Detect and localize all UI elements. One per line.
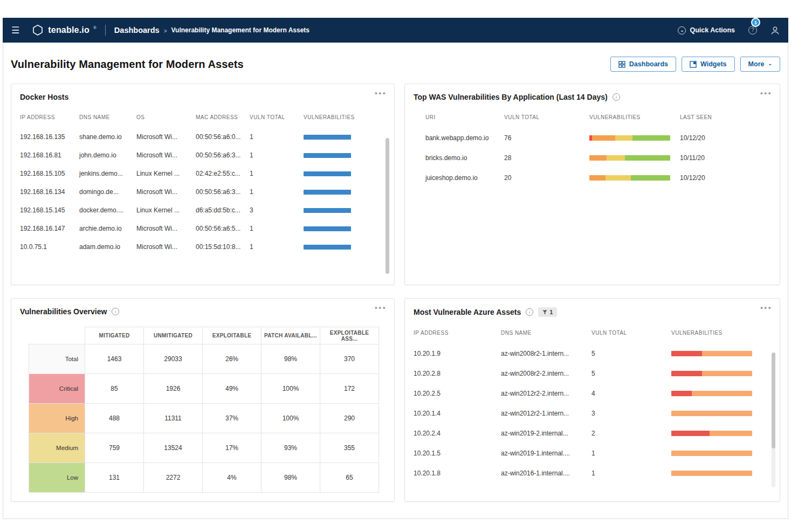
- scrollbar[interactable]: [386, 138, 389, 274]
- cell-value[interactable]: 65: [320, 463, 379, 493]
- tenable-logo[interactable]: tenable.io®: [31, 24, 97, 37]
- cell-value[interactable]: 1463: [85, 344, 144, 374]
- info-icon[interactable]: i: [526, 308, 533, 316]
- grid-icon: [618, 61, 625, 68]
- cell-ip: 10.20.2.5: [414, 390, 501, 397]
- cell-value[interactable]: 29033: [144, 344, 203, 374]
- dashboards-button[interactable]: Dashboards: [610, 57, 676, 72]
- cell-value[interactable]: 98%: [262, 463, 320, 493]
- cell-vuln-total: 2: [591, 430, 671, 437]
- cell-value[interactable]: 93%: [262, 433, 320, 463]
- cell-value[interactable]: 1926: [144, 374, 203, 404]
- column-header: DNS NAME: [79, 114, 136, 120]
- cell-value[interactable]: 98%: [262, 344, 320, 374]
- widget-menu-icon[interactable]: ●●●: [375, 91, 387, 96]
- cell-vuln-total: 28: [504, 154, 589, 162]
- cell-os: Microsoft Wi...: [136, 151, 196, 159]
- user-icon[interactable]: [771, 26, 780, 35]
- cell-ip: 10.20.2.4: [414, 430, 501, 437]
- table-row[interactable]: 192.168.16.81 john.demo.io Microsoft Wi.…: [20, 146, 386, 164]
- widgets-button-label: Widgets: [700, 60, 727, 68]
- cell-value[interactable]: 37%: [203, 404, 262, 433]
- table-row[interactable]: 192.168.15.145 docker.demo.... Linux Ker…: [20, 201, 386, 219]
- cell-value[interactable]: 172: [320, 374, 379, 404]
- quick-actions-button[interactable]: ⌄ Quick Actions: [678, 26, 735, 34]
- cell-dns: archie.demo.io: [79, 225, 136, 232]
- cell-last-seen: 10/11/20: [680, 154, 771, 162]
- cell-value[interactable]: 488: [85, 404, 144, 433]
- info-icon[interactable]: i: [112, 308, 119, 315]
- widgets-button[interactable]: Widgets: [682, 57, 735, 72]
- table-row[interactable]: juiceshop.demo.io 20 10/12/20: [414, 168, 771, 188]
- cell-vuln-total: 1: [250, 188, 304, 196]
- column-header: IP ADDRESS: [414, 330, 501, 336]
- scrollbar[interactable]: [772, 353, 775, 448]
- table-row[interactable]: 10.20.2.5 az-win2012r2-2.intern... 4: [414, 383, 771, 403]
- table-row[interactable]: 10.20.1.8 az-win2016-1.internal.... 1: [414, 463, 771, 483]
- breadcrumb-dashboards-link[interactable]: Dashboards: [114, 26, 160, 34]
- filter-badge[interactable]: 1: [538, 307, 557, 317]
- docker-hosts-table: IP ADDRESS DNS NAME OS MAC ADDRESS VULN …: [11, 114, 394, 256]
- cell-value[interactable]: 49%: [203, 374, 262, 404]
- table-row[interactable]: 192.168.16.147 archie.demo.io Microsoft …: [20, 219, 386, 238]
- cell-vuln-total: 3: [250, 206, 304, 214]
- cell-value[interactable]: 131: [85, 463, 144, 493]
- column-header: VULN TOTAL: [250, 114, 304, 120]
- hamburger-menu-icon[interactable]: ☰: [11, 26, 19, 35]
- table-row[interactable]: 192.168.16.135 shane.demo.io Microsoft W…: [20, 128, 386, 146]
- table-row[interactable]: 10.20.1.5 az-win2019-1.internal.... 1: [414, 443, 771, 463]
- column-header: VULNERABILITIES: [671, 330, 771, 336]
- column-header: VULNERABILITIES: [589, 114, 680, 120]
- app-window: ☰ tenable.io® Dashboards > Vulnerability…: [3, 18, 788, 519]
- cell-value[interactable]: 26%: [203, 344, 262, 374]
- cell-value[interactable]: 13524: [144, 433, 203, 463]
- widget-menu-icon[interactable]: ●●●: [375, 305, 387, 310]
- cell-ip: 10.20.1.8: [414, 469, 501, 477]
- cell-value[interactable]: 355: [320, 433, 379, 463]
- cell-value[interactable]: 11311: [144, 404, 203, 433]
- cell-value[interactable]: 759: [85, 433, 144, 463]
- table-row[interactable]: bricks.demo.io 28 10/11/20: [414, 148, 771, 168]
- info-icon[interactable]: i: [613, 93, 620, 101]
- cell-ip: 192.168.16.81: [20, 151, 79, 159]
- cell-value[interactable]: 100%: [262, 404, 320, 433]
- column-header: DNS NAME: [501, 330, 591, 336]
- table-row[interactable]: bank.webapp.demo.io 76 10/12/20: [414, 128, 771, 148]
- cell-ip: 10.20.1.4: [414, 410, 501, 417]
- overview-row-low: Low 131 2272 4% 98% 65: [29, 463, 379, 493]
- widget-menu-icon[interactable]: ●●●: [760, 91, 772, 96]
- cell-value[interactable]: 100%: [262, 374, 320, 404]
- cell-dns: docker.demo....: [79, 206, 136, 214]
- severity-stacked-bar: [671, 411, 752, 416]
- cell-dns: az-win2008r2-1.intern...: [501, 350, 591, 357]
- table-row[interactable]: 10.20.2.8 az-win2008r2-2.intern... 5: [414, 363, 771, 383]
- severity-stacked-bar: [671, 371, 752, 376]
- table-row[interactable]: 192.168.15.105 jenkins.demo... Linux Ker…: [20, 164, 386, 183]
- cell-os: Linux Kernel ...: [136, 206, 196, 214]
- cell-ip: 10.20.1.5: [414, 450, 501, 457]
- cell-value[interactable]: 85: [85, 374, 144, 404]
- table-row[interactable]: 10.20.1.4 az-win2012r2-1.intern... 3: [414, 403, 771, 423]
- breadcrumb-separator: >: [164, 28, 167, 34]
- was-vulnerabilities-widget: Top WAS Vulnerabilities By Application (…: [404, 84, 780, 285]
- cell-value[interactable]: 370: [320, 344, 379, 374]
- table-row[interactable]: 192.168.16.134 domingo.de... Microsoft W…: [20, 183, 386, 201]
- more-button[interactable]: More ⌄: [740, 57, 780, 72]
- table-row[interactable]: 10.0.75.1 adam.demo.io Microsoft Wi... 0…: [20, 238, 386, 256]
- cell-value[interactable]: 17%: [203, 433, 262, 463]
- cell-value[interactable]: 2272: [144, 463, 203, 493]
- cell-value[interactable]: 4%: [203, 463, 262, 493]
- page-actions: Dashboards Widgets More ⌄: [610, 57, 780, 72]
- severity-stacked-bar: [671, 391, 752, 396]
- table-header-row: IP ADDRESS DNS NAME OS MAC ADDRESS VULN …: [20, 114, 386, 128]
- severity-label: Medium: [29, 433, 85, 463]
- severity-stacked-bar: [671, 351, 752, 356]
- widget-menu-icon[interactable]: ●●●: [760, 305, 772, 310]
- tenable-hexagon-icon: [31, 24, 44, 37]
- table-row[interactable]: 10.20.2.4 az-win2019-2.internal... 2: [414, 423, 771, 443]
- more-button-label: More: [748, 60, 765, 68]
- help-button[interactable]: 1 ?: [748, 25, 758, 35]
- column-header: EXPLOITABLE ASS...: [320, 327, 379, 344]
- cell-value[interactable]: 290: [320, 404, 379, 433]
- table-row[interactable]: 10.20.1.9 az-win2008r2-1.intern... 5: [414, 343, 771, 363]
